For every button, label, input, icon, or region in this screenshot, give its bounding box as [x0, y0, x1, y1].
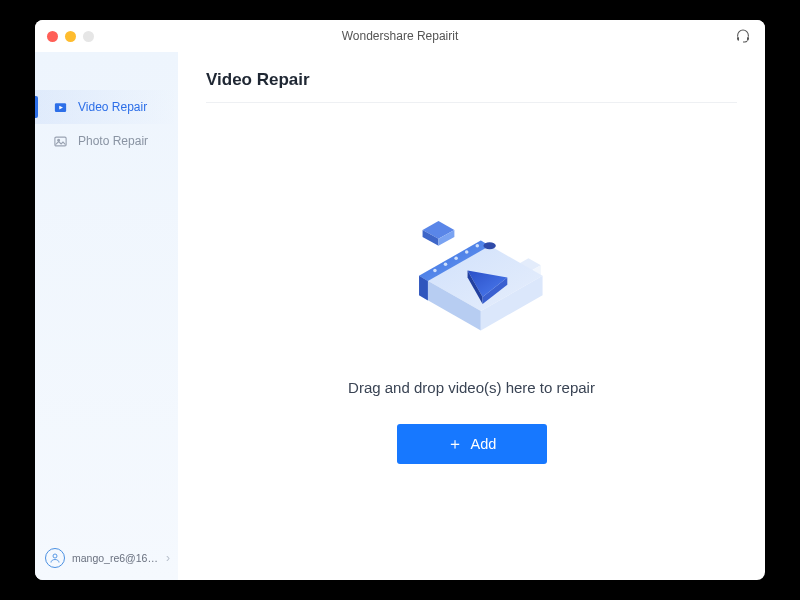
sidebar-item-label: Photo Repair: [78, 134, 148, 148]
titlebar: Wondershare Repairit: [35, 20, 765, 52]
traffic-lights: [47, 31, 94, 42]
minimize-window-button[interactable]: [65, 31, 76, 42]
svg-point-21: [483, 242, 495, 249]
svg-point-4: [53, 554, 57, 558]
window-body: Video Repair Photo Repair: [35, 52, 765, 580]
support-icon[interactable]: [735, 28, 751, 44]
video-icon: [53, 100, 68, 115]
dropzone[interactable]: Drag and drop video(s) here to repair ＋ …: [206, 111, 737, 560]
window-title: Wondershare Repairit: [35, 29, 765, 43]
app-window: Wondershare Repairit Video Repair: [35, 20, 765, 580]
account-bar[interactable]: mango_re6@163.... ›: [45, 548, 170, 568]
avatar: [45, 548, 65, 568]
account-name: mango_re6@163....: [72, 552, 159, 564]
sidebar-item-video-repair[interactable]: Video Repair: [35, 90, 178, 124]
sidebar: Video Repair Photo Repair: [35, 52, 178, 580]
svg-point-17: [443, 263, 447, 267]
sidebar-item-label: Video Repair: [78, 100, 147, 114]
divider: [206, 102, 737, 103]
svg-rect-2: [55, 137, 66, 146]
main-panel: Video Repair: [178, 52, 765, 580]
chevron-right-icon: ›: [166, 551, 170, 565]
photo-icon: [53, 134, 68, 149]
svg-point-16: [433, 269, 437, 273]
svg-point-20: [475, 244, 479, 248]
add-button[interactable]: ＋ Add: [397, 424, 547, 464]
plus-icon: ＋: [447, 436, 463, 452]
close-window-button[interactable]: [47, 31, 58, 42]
drop-hint-text: Drag and drop video(s) here to repair: [348, 379, 595, 396]
video-illustration: [382, 207, 562, 357]
add-button-label: Add: [471, 436, 497, 452]
svg-point-18: [454, 256, 458, 260]
sidebar-item-photo-repair[interactable]: Photo Repair: [35, 124, 178, 158]
svg-point-19: [464, 250, 468, 254]
page-title: Video Repair: [206, 70, 737, 102]
maximize-window-button[interactable]: [83, 31, 94, 42]
